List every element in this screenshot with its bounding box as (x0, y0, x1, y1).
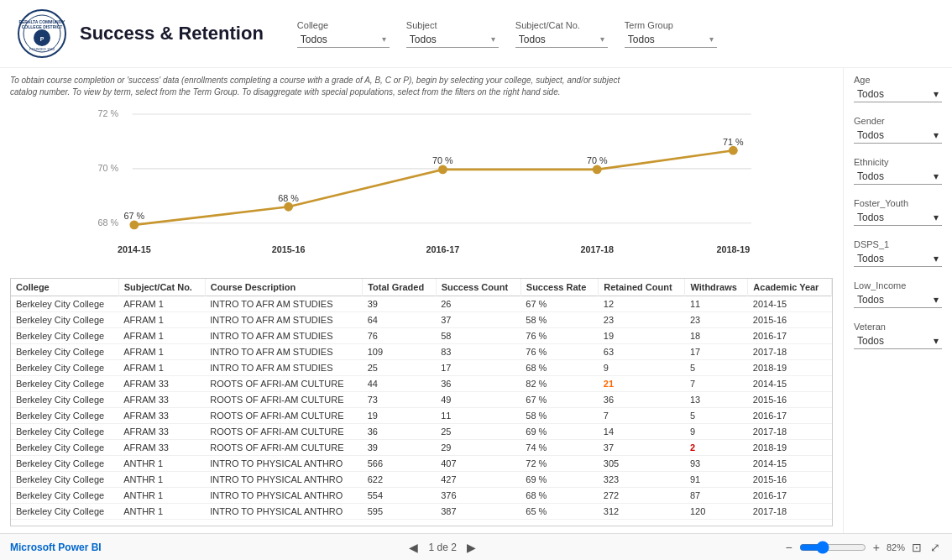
col-success-rate: Success Rate (520, 279, 598, 296)
zoom-controls: − + 82% ⊡ ⤢ (784, 539, 942, 556)
main-content: To obtain course completion or 'success'… (0, 68, 843, 533)
low-income-label: Low_Income (854, 280, 942, 290)
termgroup-chevron-icon: ▾ (709, 34, 714, 44)
chart-point-4 (729, 146, 738, 155)
svg-text:FOUNDED 1964: FOUNDED 1964 (29, 47, 55, 51)
age-value: Todos (857, 88, 884, 100)
termgroup-filter: Term Group Todos ▾ (625, 20, 717, 48)
prev-page-button[interactable]: ◀ (405, 541, 421, 554)
zoom-out-button[interactable]: − (784, 539, 794, 556)
college-chevron-icon: ▾ (382, 34, 386, 44)
college-filter-label: College (297, 20, 390, 30)
table-row: Berkeley City CollegeANTHR 1INTRO TO PHY… (11, 488, 832, 504)
low-income-value: Todos (857, 294, 884, 306)
termgroup-value: Todos (628, 34, 655, 45)
dsps-filter: DSPS_1 Todos ▾ (854, 239, 942, 267)
svg-text:COLLEGE DISTRICT: COLLEGE DISTRICT (22, 24, 63, 29)
zoom-level: 82% (887, 542, 905, 552)
foster-youth-chevron-icon: ▾ (934, 212, 939, 223)
col-subjectcat: Subject/Cat No. (118, 279, 205, 296)
veteran-chevron-icon: ▾ (934, 335, 939, 347)
data-table: College Subject/Cat No. Course Descripti… (11, 279, 832, 520)
chart-point-0 (129, 220, 139, 229)
svg-text:67 %: 67 % (124, 211, 145, 221)
age-select[interactable]: Todos ▾ (854, 86, 942, 102)
table-row: Berkeley City CollegeAFRAM 33ROOTS OF AF… (11, 376, 832, 392)
page-title: Success & Retention (80, 23, 264, 44)
table-row: Berkeley City CollegeAFRAM 1INTRO TO AFR… (11, 312, 832, 328)
zoom-slider[interactable] (799, 541, 866, 554)
description-text: To obtain course completion or 'success'… (10, 75, 640, 98)
table-row: Berkeley City CollegeANTHR 1INTRO TO PHY… (11, 472, 832, 488)
table-row: Berkeley City CollegeAFRAM 1INTRO TO AFR… (11, 360, 832, 376)
svg-text:2015-16: 2015-16 (272, 244, 306, 254)
subject-chevron-icon: ▾ (491, 34, 495, 44)
subjectcat-select[interactable]: Todos ▾ (515, 32, 608, 48)
main-container: PERALTA COMMUNITY COLLEGE DISTRICT P FOU… (0, 0, 952, 560)
subject-select[interactable]: Todos ▾ (406, 32, 499, 48)
table-row: Berkeley City CollegeANTHR 1INTRO TO PHY… (11, 456, 832, 472)
ethnicity-chevron-icon: ▾ (934, 170, 939, 182)
svg-text:71 %: 71 % (723, 137, 744, 147)
col-description: Course Description (205, 279, 362, 296)
svg-text:2018-19: 2018-19 (717, 244, 751, 254)
fullscreen-button[interactable]: ⤢ (928, 539, 942, 556)
subject-filter: Subject Todos ▾ (406, 20, 499, 48)
college-value: Todos (301, 34, 327, 45)
low-income-filter: Low_Income Todos ▾ (854, 280, 942, 308)
foster-youth-label: Foster_Youth (854, 198, 942, 208)
veteran-value: Todos (857, 335, 884, 347)
svg-text:2014-15: 2014-15 (118, 244, 151, 254)
top-filters: College Todos ▾ Subject Todos ▾ Subject/… (297, 20, 935, 48)
foster-youth-filter: Foster_Youth Todos ▾ (854, 198, 942, 226)
col-college: College (11, 279, 118, 296)
table-header-row: College Subject/Cat No. Course Descripti… (11, 279, 832, 296)
termgroup-filter-label: Term Group (625, 20, 717, 30)
ethnicity-value: Todos (857, 170, 884, 182)
next-page-button[interactable]: ▶ (463, 541, 479, 554)
veteran-label: Veteran (854, 322, 942, 332)
footer: Microsoft Power BI ◀ 1 de 2 ▶ − + 82% ⊡ … (0, 533, 952, 560)
ethnicity-filter: Ethnicity Todos ▾ (854, 157, 942, 185)
gender-select[interactable]: Todos ▾ (854, 128, 942, 144)
college-filter: College Todos ▾ (297, 20, 390, 48)
table-wrapper[interactable]: College Subject/Cat No. Course Descripti… (11, 279, 832, 526)
age-label: Age (854, 75, 942, 85)
age-filter: Age Todos ▾ (854, 75, 942, 102)
subjectcat-chevron-icon: ▾ (600, 34, 604, 44)
sidebar: Age Todos ▾ Gender Todos ▾ Ethnicity Tod… (843, 68, 952, 533)
age-chevron-icon: ▾ (934, 88, 939, 100)
chart-point-3 (593, 165, 602, 175)
content-area: To obtain course completion or 'success'… (0, 68, 952, 533)
zoom-in-button[interactable]: + (871, 539, 881, 556)
power-bi-link[interactable]: Microsoft Power BI (10, 542, 102, 553)
foster-youth-value: Todos (857, 212, 884, 223)
svg-text:2016-17: 2016-17 (426, 244, 460, 254)
veteran-select[interactable]: Todos ▾ (854, 333, 942, 349)
termgroup-select[interactable]: Todos ▾ (625, 32, 717, 48)
logo: PERALTA COMMUNITY COLLEGE DISTRICT P FOU… (17, 8, 67, 59)
subjectcat-value: Todos (519, 34, 546, 45)
dsps-chevron-icon: ▾ (934, 253, 939, 264)
gender-filter: Gender Todos ▾ (854, 116, 942, 144)
subjectcat-filter: Subject/Cat No. Todos ▾ (515, 20, 608, 48)
gender-chevron-icon: ▾ (934, 129, 939, 141)
foster-youth-select[interactable]: Todos ▾ (854, 210, 942, 226)
svg-text:2017-18: 2017-18 (580, 244, 614, 254)
dsps-select[interactable]: Todos ▾ (854, 251, 942, 267)
chart-point-1 (284, 202, 293, 212)
page-indicator: 1 de 2 (428, 542, 456, 553)
svg-text:68 %: 68 % (98, 217, 119, 228)
svg-text:70 %: 70 % (432, 155, 453, 165)
college-select[interactable]: Todos ▾ (297, 32, 390, 48)
chart-point-2 (438, 165, 447, 175)
table-row: Berkeley City CollegeANTHR 1INTRO TO PHY… (11, 504, 832, 520)
dsps-value: Todos (857, 253, 884, 264)
ethnicity-select[interactable]: Todos ▾ (854, 169, 942, 185)
header: PERALTA COMMUNITY COLLEGE DISTRICT P FOU… (0, 0, 952, 68)
fit-screen-button[interactable]: ⊡ (910, 539, 923, 556)
table-row: Berkeley City CollegeAFRAM 1INTRO TO AFR… (11, 296, 832, 312)
low-income-select[interactable]: Todos ▾ (854, 292, 942, 308)
col-withdraws: Withdraws (685, 279, 748, 296)
col-academic-year: Academic Year (748, 279, 832, 296)
